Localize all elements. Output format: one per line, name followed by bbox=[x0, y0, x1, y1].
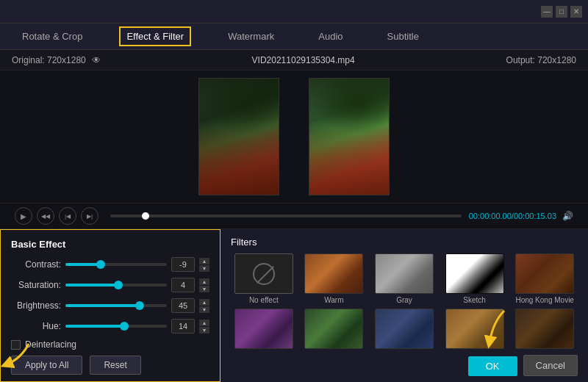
original-info: Original: 720x1280 👁 bbox=[12, 55, 101, 65]
output-video-frame bbox=[309, 79, 389, 195]
original-resolution: Original: 720x1280 bbox=[12, 55, 86, 65]
green-thumb bbox=[304, 309, 363, 349]
info-bar: Original: 720x1280 👁 VID20211029135304.m… bbox=[0, 50, 588, 71]
brightness-arrows: ▲ ▼ bbox=[199, 299, 209, 313]
preview-output bbox=[309, 78, 390, 195]
brightness-down[interactable]: ▼ bbox=[199, 306, 209, 313]
time-display: 00:00:00.00/00:00:15.03 bbox=[469, 212, 556, 220]
saturation-value[interactable] bbox=[171, 278, 195, 292]
contrast-down[interactable]: ▼ bbox=[199, 265, 209, 272]
reset-button[interactable]: Reset bbox=[90, 356, 140, 375]
contrast-slider[interactable] bbox=[65, 263, 167, 266]
bottom-area: Basic Effect Contrast: ▲ ▼ Saturation: bbox=[0, 229, 588, 382]
deinterlace-row: Deinterlacing bbox=[11, 339, 209, 350]
eye-icon[interactable]: 👁 bbox=[92, 55, 101, 65]
volume-icon[interactable]: 🔊 bbox=[562, 211, 573, 221]
minimize-button[interactable]: — bbox=[541, 6, 553, 18]
output-resolution: Output: 720x1280 bbox=[506, 55, 576, 65]
saturation-up[interactable]: ▲ bbox=[199, 278, 209, 285]
filter-gray-label: Gray bbox=[396, 296, 412, 304]
saturation-label: Saturation: bbox=[11, 280, 61, 290]
filter-gray[interactable]: Gray bbox=[371, 253, 437, 304]
filename-label: VID20211029135304.mp4 bbox=[252, 55, 355, 65]
preview-area bbox=[0, 71, 588, 203]
filter-blue[interactable] bbox=[371, 309, 437, 351]
contrast-up[interactable]: ▲ bbox=[199, 258, 209, 264]
filter-purple[interactable] bbox=[231, 309, 297, 351]
tab-effect-filter[interactable]: Effect & Filter bbox=[119, 26, 191, 46]
cancel-button[interactable]: Cancel bbox=[523, 355, 578, 376]
filter-no-effect-label: No effect bbox=[249, 296, 279, 304]
filters-panel: Filters No effect Warm Gray bbox=[220, 229, 588, 358]
brightness-value[interactable] bbox=[171, 298, 195, 313]
title-bar: — □ ✕ bbox=[0, 0, 588, 24]
hue-value[interactable] bbox=[171, 319, 195, 334]
saturation-row: Saturation: ▲ ▼ bbox=[11, 278, 209, 292]
warm-thumb bbox=[304, 253, 363, 294]
filter-hk-movie[interactable]: Hong Kong Movie bbox=[512, 253, 578, 304]
tab-bar: Rotate & Crop Effect & Filter Watermark … bbox=[0, 24, 588, 50]
dialog-buttons: OK Cancel bbox=[468, 355, 578, 376]
skip-back-button[interactable]: |◀ bbox=[59, 207, 76, 225]
brightness-up[interactable]: ▲ bbox=[199, 299, 209, 306]
saturation-down[interactable]: ▼ bbox=[199, 286, 209, 292]
basic-effect-panel: Basic Effect Contrast: ▲ ▼ Saturation: bbox=[0, 229, 220, 382]
hue-arrows: ▲ ▼ bbox=[199, 320, 209, 334]
preview-original bbox=[198, 78, 279, 195]
ok-button[interactable]: OK bbox=[468, 356, 517, 376]
contrast-label: Contrast: bbox=[11, 259, 61, 270]
effect-buttons-row: Apply to All Reset bbox=[11, 356, 209, 375]
hue-label: Hue: bbox=[11, 321, 61, 331]
original-video-frame bbox=[199, 79, 279, 195]
timeline-thumb bbox=[142, 212, 149, 220]
basic-effect-title: Basic Effect bbox=[11, 239, 209, 250]
filter-hk-label: Hong Kong Movie bbox=[515, 296, 574, 304]
no-effect-thumb bbox=[234, 253, 293, 294]
sketch-thumb bbox=[445, 253, 504, 294]
saturation-slider[interactable] bbox=[65, 284, 167, 286]
hue-slider[interactable] bbox=[65, 325, 167, 328]
filter-dark[interactable] bbox=[512, 309, 578, 351]
filters-title: Filters bbox=[231, 237, 578, 248]
dark-thumb bbox=[515, 309, 574, 349]
tab-rotate-crop[interactable]: Rotate & Crop bbox=[15, 26, 90, 46]
close-button[interactable]: ✕ bbox=[570, 6, 582, 18]
filter-sketch[interactable]: Sketch bbox=[442, 253, 508, 304]
maximize-button[interactable]: □ bbox=[556, 6, 567, 18]
hue-down[interactable]: ▼ bbox=[199, 327, 209, 334]
brightness-label: Brightness: bbox=[11, 300, 61, 311]
purple-thumb bbox=[234, 309, 293, 349]
filter-warm-label: Warm bbox=[324, 296, 343, 304]
hue-up[interactable]: ▲ bbox=[199, 320, 209, 326]
prev-frame-button[interactable]: ◀◀ bbox=[37, 207, 54, 225]
filter-warm[interactable]: Warm bbox=[301, 253, 368, 304]
yellow-arrow-right bbox=[475, 307, 512, 351]
brightness-row: Brightness: ▲ ▼ bbox=[11, 298, 209, 313]
saturation-arrows: ▲ ▼ bbox=[199, 278, 209, 292]
gray-thumb bbox=[375, 253, 434, 294]
blue-thumb bbox=[375, 309, 434, 349]
play-button[interactable]: ▶ bbox=[15, 207, 32, 225]
filter-green[interactable] bbox=[301, 309, 368, 351]
timeline-bar[interactable] bbox=[110, 215, 462, 217]
filter-sketch-label: Sketch bbox=[463, 296, 486, 304]
filter-no-effect[interactable]: No effect bbox=[231, 253, 297, 304]
skip-fwd-button[interactable]: ▶| bbox=[81, 207, 98, 225]
contrast-arrows: ▲ ▼ bbox=[199, 258, 209, 272]
hue-row: Hue: ▲ ▼ bbox=[11, 319, 209, 334]
filters-grid: No effect Warm Gray Sketch bbox=[231, 253, 578, 351]
brightness-slider[interactable] bbox=[65, 304, 167, 307]
tab-subtitle[interactable]: Subtitle bbox=[380, 26, 426, 46]
yellow-arrow-left bbox=[0, 336, 36, 373]
controls-bar: ▶ ◀◀ |◀ ▶| 00:00:00.00/00:00:15.03 🔊 bbox=[0, 203, 588, 229]
hk-thumb bbox=[515, 253, 574, 294]
contrast-value[interactable] bbox=[171, 257, 195, 272]
contrast-row: Contrast: ▲ ▼ bbox=[11, 257, 209, 272]
no-effect-icon bbox=[253, 263, 275, 285]
right-panel-wrapper: Filters No effect Warm Gray bbox=[220, 229, 588, 382]
tab-audio[interactable]: Audio bbox=[311, 26, 350, 46]
tab-watermark[interactable]: Watermark bbox=[220, 26, 282, 46]
